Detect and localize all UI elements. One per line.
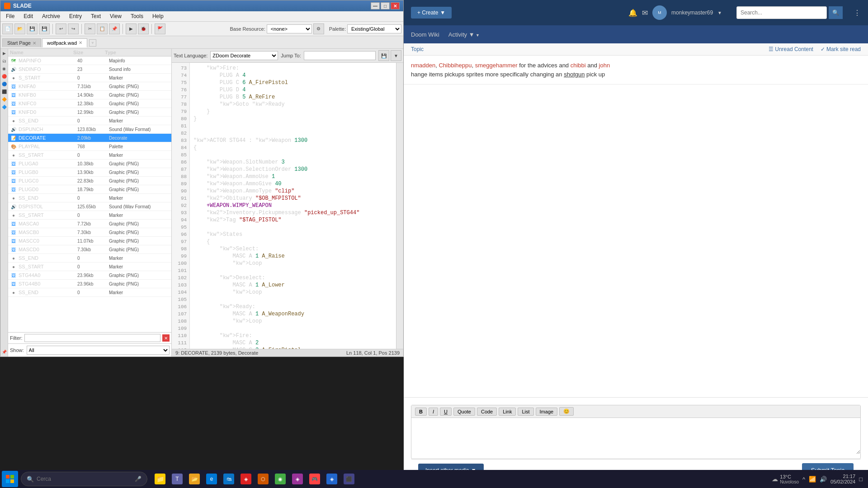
- file-row[interactable]: 🗺 MAPINFO 40 Mapinfo: [8, 56, 171, 65]
- link-shotgun[interactable]: shotgun: [564, 71, 585, 78]
- left-icon-8[interactable]: 🔷: [0, 103, 8, 111]
- menu-entry[interactable]: Entry: [66, 12, 85, 20]
- base-resource-settings[interactable]: ⚙: [313, 23, 324, 34]
- new-btn[interactable]: 📄: [2, 23, 13, 34]
- file-row[interactable]: 🖼 KNIFA0 7.31kb Graphic (PNG): [8, 82, 171, 91]
- file-row[interactable]: 🔊 DSPISTOL 125.65kb Sound (Wav Format): [8, 202, 171, 211]
- open-btn[interactable]: 📂: [14, 23, 25, 34]
- link-chibbi[interactable]: chibbi: [571, 62, 586, 69]
- left-icon-pin[interactable]: 📌: [0, 348, 8, 356]
- file-row[interactable]: 🖼 PLUGD0 18.79kb Graphic (PNG): [8, 185, 171, 194]
- code-content[interactable]: "kw">Fire: PLUG A 4 PLUG C 6 A_FirePisto…: [190, 63, 396, 349]
- cut-btn[interactable]: ✂: [85, 23, 95, 34]
- taskbar-app-files[interactable]: 📂: [186, 471, 203, 487]
- taskbar-app-app2[interactable]: ⬡: [255, 471, 271, 487]
- network-icon[interactable]: 📶: [809, 476, 816, 483]
- copy-btn[interactable]: 📋: [97, 23, 108, 34]
- mark-site-read-link[interactable]: ✓ Mark site read: [821, 46, 861, 52]
- file-row[interactable]: 🖼 KNIFB0 14.90kb Graphic (PNG): [8, 91, 171, 99]
- file-row[interactable]: ● S_START 0 Marker: [8, 74, 171, 82]
- menu-view[interactable]: View: [106, 12, 125, 20]
- filter-clear-btn[interactable]: ✕: [162, 334, 170, 342]
- file-row[interactable]: 📝 DECORATE 2.09kb Decorate: [8, 134, 171, 142]
- file-row[interactable]: 🖼 PLUGC0 22.83kb Graphic (PNG): [8, 177, 171, 185]
- left-icon-4[interactable]: 🔴: [0, 73, 8, 80]
- reply-underline-btn[interactable]: U: [440, 408, 452, 416]
- file-row[interactable]: 🖼 MASCD0 7.30kb Graphic (PNG): [8, 245, 171, 254]
- reply-image-btn[interactable]: Image: [536, 408, 558, 416]
- file-row[interactable]: ● SS_END 0 Marker: [8, 254, 171, 263]
- undo-btn[interactable]: ↩: [56, 23, 66, 34]
- tabs-dropdown[interactable]: ▼: [89, 39, 96, 47]
- menu-help[interactable]: Help: [149, 12, 167, 20]
- file-row[interactable]: 🖼 PLUGA0 10.38kb Graphic (PNG): [8, 160, 171, 168]
- menu-archive[interactable]: Archive: [38, 12, 64, 20]
- taskbar-app-app6[interactable]: ◈: [324, 471, 340, 487]
- topbar-options-icon[interactable]: ⋮: [854, 9, 861, 17]
- taskbar-app-app1[interactable]: ◈: [238, 471, 254, 487]
- chevron-up-icon[interactable]: ^: [802, 476, 805, 483]
- bell-icon[interactable]: 🔔: [628, 9, 637, 17]
- reply-link-btn[interactable]: Link: [499, 408, 516, 416]
- save-all-btn[interactable]: 💾: [39, 23, 50, 34]
- link-smeggehammer[interactable]: smeggehammer: [475, 62, 518, 69]
- taskbar-app-app3[interactable]: ◉: [272, 471, 288, 487]
- reply-quote-btn[interactable]: Quote: [453, 408, 475, 416]
- avatar[interactable]: M: [652, 5, 667, 20]
- tab-wolfpack-wad[interactable]: wolfpack.wad ✕: [42, 38, 87, 47]
- left-icon-7[interactable]: 🔶: [0, 96, 8, 103]
- slade-close-btn[interactable]: ✕: [391, 2, 400, 9]
- taskbar-app-app4[interactable]: ◈: [289, 471, 306, 487]
- reply-list-btn[interactable]: List: [518, 408, 533, 416]
- taskbar-app-teams[interactable]: T: [169, 471, 185, 487]
- redo-btn[interactable]: ↪: [68, 23, 79, 34]
- menu-edit[interactable]: Edit: [20, 12, 37, 20]
- unread-content-link[interactable]: ☰ Unread Content: [769, 46, 813, 52]
- file-row[interactable]: 🖼 MASCA0 7.72kb Graphic (PNG): [8, 220, 171, 228]
- file-row[interactable]: 🔊 SNDINFO 23 Sound info: [8, 65, 171, 74]
- forum-username[interactable]: monkeymaster69: [671, 9, 713, 16]
- volume-icon[interactable]: 🔊: [820, 476, 827, 483]
- file-row[interactable]: ● SS_START 0 Marker: [8, 211, 171, 220]
- base-resource-select[interactable]: <none>: [267, 24, 312, 33]
- start-button[interactable]: [2, 471, 18, 487]
- nav-activity[interactable]: Activity ▼: [448, 31, 480, 38]
- file-row[interactable]: 🖼 STG44B0 23.96kb Graphic (PNG): [8, 280, 171, 288]
- taskbar-app-app7[interactable]: ⬛: [341, 471, 357, 487]
- username-dropdown-icon[interactable]: ▼: [717, 10, 722, 15]
- taskbar-search-bar[interactable]: 🔍 🎤: [21, 472, 147, 486]
- reply-italic-btn[interactable]: I: [429, 408, 438, 416]
- code-editor[interactable]: 7374757677787980818283848586878889909192…: [172, 63, 403, 349]
- slade-minimize-btn[interactable]: —: [371, 2, 380, 9]
- file-row[interactable]: 🖼 KNIFD0 12.99kb Graphic (PNG): [8, 108, 171, 117]
- forum-search-btn[interactable]: 🔍: [829, 6, 843, 19]
- paste-btn[interactable]: 📌: [109, 23, 120, 34]
- taskbar-app-store[interactable]: 🛍: [221, 471, 237, 487]
- notification-icon[interactable]: □: [859, 476, 863, 483]
- taskbar-clock[interactable]: 21:17 05/02/2024: [830, 474, 855, 484]
- file-row[interactable]: ● SS_END 0 Marker: [8, 194, 171, 202]
- taskbar-search-input[interactable]: [37, 476, 132, 482]
- slade-maximize-btn[interactable]: □: [381, 2, 390, 9]
- file-row[interactable]: 🖼 MASCB0 7.30kb Graphic (PNG): [8, 228, 171, 237]
- menu-text[interactable]: Text: [87, 12, 104, 20]
- debug-btn[interactable]: 🐞: [138, 23, 149, 34]
- link-nmadden[interactable]: nmadden: [411, 62, 435, 69]
- reply-textarea[interactable]: [411, 418, 860, 454]
- link-chibbiheppu[interactable]: Chibbiheppu: [439, 62, 472, 69]
- forum-create-btn[interactable]: + Create ▼: [411, 7, 452, 19]
- run-btn[interactable]: ▶: [126, 23, 137, 34]
- taskbar-app-app5[interactable]: 🎮: [307, 471, 323, 487]
- left-icon-1[interactable]: ▶: [0, 50, 8, 57]
- wolfpack-wad-tab-close[interactable]: ✕: [79, 40, 82, 45]
- reply-bold-btn[interactable]: B: [415, 408, 427, 416]
- menu-file[interactable]: File: [2, 12, 18, 20]
- reply-emoji-btn[interactable]: 😊: [559, 407, 574, 416]
- menu-tools[interactable]: Tools: [127, 12, 147, 20]
- file-row[interactable]: 🔊 DSPUNCH 123.83kb Sound (Wav Format): [8, 125, 171, 134]
- file-row[interactable]: 🖼 KNIFC0 12.38kb Graphic (PNG): [8, 99, 171, 108]
- file-row[interactable]: 🎨 PLAYPAL 768 Palette: [8, 142, 171, 151]
- left-icon-6[interactable]: ⬛: [0, 88, 8, 95]
- code-action-more[interactable]: ▼: [391, 50, 401, 61]
- file-row[interactable]: 🖼 STG44A0 23.96kb Graphic (PNG): [8, 271, 171, 280]
